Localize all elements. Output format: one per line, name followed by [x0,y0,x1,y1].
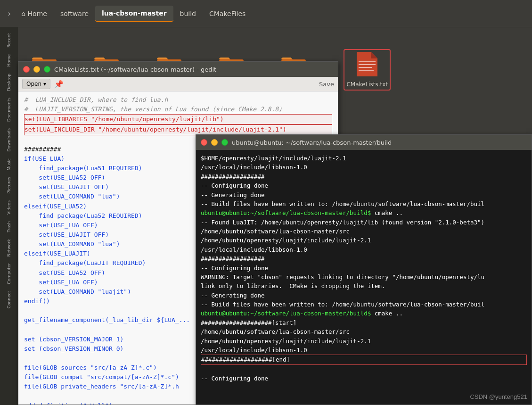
gedit-minimize-button[interactable] [33,66,40,73]
terminal-close-button[interactable] [201,139,207,146]
open-label: Open [26,81,41,87]
terminal-window: ubuntu@ubuntu: ~/software/lua-cbson-mast… [196,134,532,405]
terminal-minimize-button[interactable] [211,139,218,146]
nav-software[interactable]: software [54,6,95,21]
sidebar-label-trash[interactable]: Trash [6,219,12,234]
sidebar-label-videos[interactable]: Videos [6,198,12,216]
nav-cmakefiles[interactable]: CMakeFiles [203,6,252,21]
gedit-close-button[interactable] [23,66,30,73]
terminal-maximize-button[interactable] [221,139,228,146]
sidebar-label-connect[interactable]: Connect [6,289,12,310]
sidebar-label-music[interactable]: Music [6,157,12,173]
top-nav: › ⌂ Home software lua-cbson-master build… [0,0,532,27]
gedit-open-button[interactable]: Open ▾ [22,79,50,89]
sidebar-label-computer[interactable]: Computer [6,261,12,286]
terminal-content[interactable]: $HOME/openresty/luajit/include/luajit-2.… [196,150,532,405]
file-cmakelists-label: CMakeLists.txt [346,81,388,88]
file-cmakelists-icon [357,52,377,78]
watermark: CSDN @yunteng521 [470,393,527,400]
nav-home[interactable]: ⌂ Home [15,6,54,21]
sidebar-label-desktop[interactable]: Desktop [6,72,12,93]
gedit-titlebar: CMakeLists.txt (~/software/lua-cbson-mas… [18,62,338,77]
nav-arrow: › [4,8,15,18]
svg-rect-18 [359,61,376,62]
sidebar-label-pictures[interactable]: Pictures [6,175,12,196]
open-dropdown-icon: ▾ [43,81,46,87]
gedit-save-button[interactable]: Save [319,81,334,88]
sidebar: Recent Home Desktop Documents Downloads … [0,27,18,405]
gedit-title: CMakeLists.txt (~/software/lua-cbson-mas… [54,66,216,73]
nav-build[interactable]: build [173,6,203,21]
sidebar-label-recent[interactable]: Recent [6,31,12,50]
svg-rect-21 [359,70,374,71]
sidebar-label-downloads[interactable]: Downloads [6,126,12,153]
gedit-pin-icon[interactable]: 📌 [54,80,64,89]
terminal-output: $HOME/openresty/luajit/include/luajit-2.… [201,154,527,383]
terminal-title: ubuntu@ubuntu: ~/software/lua-cbson-mast… [232,139,392,146]
sidebar-label-documents[interactable]: Documents [6,96,12,124]
gedit-maximize-button[interactable] [44,66,50,73]
terminal-titlebar: ubuntu@ubuntu: ~/software/lua-cbson-mast… [196,135,532,150]
gedit-toolbar: Open ▾ 📌 Save [18,77,338,91]
nav-lua-cbson-master[interactable]: lua-cbson-master [95,6,173,22]
sidebar-label-network[interactable]: Network [6,237,12,259]
file-cmakelists[interactable]: CMakeLists.txt [344,49,391,91]
svg-marker-17 [371,52,377,58]
svg-rect-19 [359,64,376,65]
svg-rect-20 [359,67,372,68]
sidebar-label-home[interactable]: Home [6,52,12,69]
